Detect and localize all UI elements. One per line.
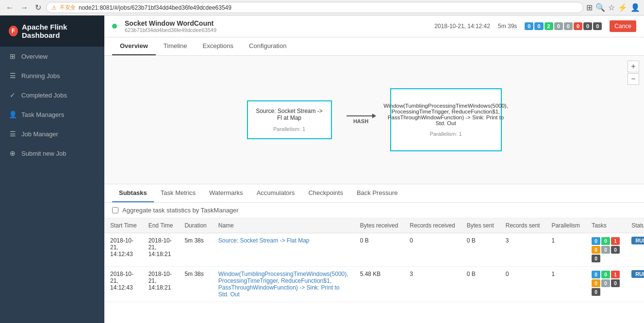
resize-handle[interactable]: · · · · ·	[104, 184, 644, 184]
subtab-task-metrics[interactable]: Task Metrics	[154, 184, 202, 202]
sidebar-item-submit-job[interactable]: ⊕ Submit new Job	[0, 144, 104, 163]
sidebar-item-overview[interactable]: ⊞ Overview	[0, 47, 104, 66]
mb-1a-1: 0	[601, 237, 610, 245]
badge-5: 0	[574, 22, 582, 30]
mb-2c-0: 0	[592, 288, 600, 296]
job-name: Socket Window WordCount	[125, 19, 427, 27]
col-status: Status	[626, 218, 644, 233]
cell-name-1[interactable]: Source: Socket Stream -> Flat Map	[213, 233, 354, 267]
cell-parallelism-2: 1	[545, 267, 586, 302]
cell-bytes-recv-1: 0 B	[354, 233, 404, 267]
col-tasks: Tasks	[586, 218, 626, 233]
cell-records-sent-1: 3	[500, 233, 546, 267]
security-icon: ⚠	[51, 4, 57, 11]
sidebar-item-label: Submit new Job	[21, 150, 66, 157]
col-start-time: Start Time	[104, 218, 143, 233]
mini-badge-row-2a: 0 0 1	[592, 271, 620, 278]
cell-start-time-1: 2018-10-21, 14:12:43	[104, 233, 143, 267]
cell-start-time-2: 2018-10-21, 14:12:43	[104, 267, 143, 302]
graph-controls: + −	[627, 61, 639, 85]
back-button[interactable]: ←	[4, 3, 16, 12]
table-row: 2018-10-21, 14:12:43 2018-10-21, 14:18:2…	[104, 267, 644, 302]
mb-2a-2: 1	[611, 271, 620, 278]
badge-2: 2	[545, 22, 553, 30]
col-name: Name	[213, 218, 354, 233]
badge-0: 0	[525, 22, 533, 30]
aggregate-row: Aggregate task statistics by TaskManager	[104, 203, 644, 218]
node-source-parallelism: Parallelism: 1	[273, 126, 305, 132]
search-icon[interactable]: 🔍	[595, 3, 605, 12]
mini-badges-2: 0 0 1 0 0 0 0	[592, 271, 620, 296]
cell-duration-2: 5m 38s	[179, 267, 212, 302]
flow-node-window[interactable]: Window(TumblingProcessingTimeWindows(500…	[390, 88, 502, 151]
cell-records-sent-2: 0	[500, 267, 546, 302]
mb-2b-2: 0	[611, 279, 620, 287]
cell-status-2: RUNNING	[626, 267, 644, 302]
zoom-out-button[interactable]: −	[627, 73, 639, 85]
badge-7: 0	[593, 22, 602, 30]
flink-icon[interactable]: ⚡	[618, 3, 627, 12]
bottom-section: Subtasks Task Metrics Watermarks Accumul…	[104, 184, 644, 323]
tab-overview[interactable]: Overview	[112, 37, 156, 55]
subtab-back-pressure[interactable]: Back Pressure	[350, 184, 405, 202]
sidebar-item-task-managers[interactable]: 👤 Task Managers	[0, 105, 104, 124]
security-label: 不安全	[60, 4, 76, 11]
subtab-subtasks[interactable]: Subtasks	[112, 184, 154, 202]
mb-1c-0: 0	[592, 255, 600, 262]
job-info: Socket Window WordCount 623b71bf34dd4bed…	[125, 19, 427, 33]
job-id: 623b71bf34dd4bed36fe49dcdee63549	[125, 27, 427, 33]
flow-node-source[interactable]: Source: Socket Stream -> Fl at Map Paral…	[247, 100, 332, 139]
cell-tasks-1: 0 0 1 0 0 0 0	[586, 233, 626, 267]
sidebar-item-running-jobs[interactable]: ☰ Running Jobs	[0, 66, 104, 85]
cell-bytes-sent-1: 0 B	[461, 233, 500, 267]
mb-2b-0: 0	[592, 279, 600, 287]
sidebar-item-label: Job Manager	[21, 130, 58, 138]
brand: F Apache Flink Dashboard	[0, 16, 104, 47]
cell-records-recv-2: 3	[404, 267, 461, 302]
tab-exceptions[interactable]: Exceptions	[195, 37, 241, 55]
sidebar-item-label: Task Managers	[21, 111, 64, 118]
mini-badge-row-2b: 0 0 0	[592, 279, 620, 287]
submit-job-icon: ⊕	[9, 149, 17, 157]
profile-icon[interactable]: 👤	[630, 3, 640, 12]
node-window-title: Window(TumblingProcessingTimeWindows(500…	[383, 103, 508, 126]
cell-status-1: RUNNING	[626, 233, 644, 267]
col-parallelism: Parallelism	[545, 218, 586, 233]
cell-name-2[interactable]: Window(TumblingProcessingTimeWindows(500…	[213, 267, 354, 302]
badge-3: 0	[554, 22, 563, 30]
badge-1: 0	[534, 22, 543, 30]
bookmark-icon[interactable]: ☆	[608, 3, 615, 12]
sidebar-item-label: Overview	[21, 53, 48, 60]
sidebar-item-completed-jobs[interactable]: ✓ Completed Jobs	[0, 85, 104, 105]
col-records-sent: Records sent	[500, 218, 546, 233]
mini-badge-row-1b: 0 0 0	[592, 246, 620, 254]
zoom-in-button[interactable]: +	[627, 61, 639, 72]
reload-button[interactable]: ↻	[33, 3, 43, 12]
overview-icon: ⊞	[9, 52, 17, 60]
col-bytes-received: Bytes received	[354, 218, 404, 233]
cell-records-recv-1: 0	[404, 233, 461, 267]
subtab-watermarks[interactable]: Watermarks	[202, 184, 250, 202]
mb-2a-1: 0	[601, 271, 610, 278]
tab-timeline[interactable]: Timeline	[156, 37, 195, 55]
col-records-received: Records received	[404, 218, 461, 233]
tab-configuration[interactable]: Configuration	[241, 37, 294, 55]
running-badge-1: RUNNING	[631, 237, 644, 244]
aggregate-checkbox[interactable]	[112, 207, 118, 213]
sidebar-item-job-manager[interactable]: ☰ Job Manager	[0, 124, 104, 144]
cancel-button[interactable]: Cance	[610, 20, 636, 32]
data-table: Start Time End Time Duration Name Bytes …	[104, 218, 644, 302]
cell-bytes-recv-2: 5.48 KB	[354, 267, 404, 302]
mini-badge-row-2c: 0	[592, 288, 620, 296]
job-time: 2018-10-21, 14:12:42	[434, 23, 490, 30]
col-end-time: End Time	[143, 218, 179, 233]
subtab-checkpoints[interactable]: Checkpoints	[301, 184, 350, 202]
job-duration: 5m 39s	[498, 23, 517, 30]
forward-button[interactable]: →	[18, 3, 30, 12]
mb-1b-2: 0	[611, 246, 620, 254]
running-jobs-icon: ☰	[9, 72, 17, 80]
mini-badge-row-1a: 0 0 1	[592, 237, 620, 245]
cast-icon[interactable]: ⊞	[586, 3, 593, 12]
subtab-accumulators[interactable]: Accumulators	[250, 184, 302, 202]
flow-label: HASH	[353, 118, 368, 124]
